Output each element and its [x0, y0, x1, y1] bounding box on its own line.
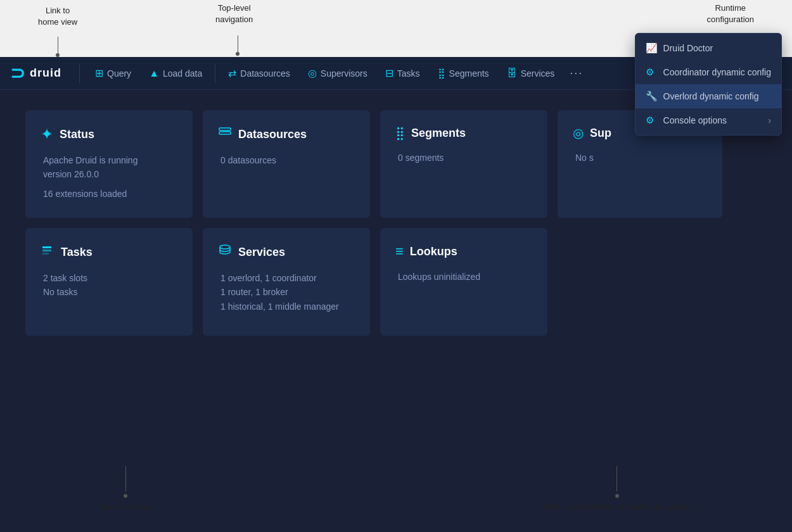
segments-icon: ⣿	[438, 67, 445, 79]
supervisors-card-line-1: No s	[573, 151, 707, 165]
dropdown-item-druid-doctor-label: Druid Doctor	[663, 43, 713, 53]
tasks-card-line-2: No tasks	[41, 285, 177, 299]
datasources-card-title: Datasources	[238, 128, 307, 141]
lookups-card[interactable]: ≡ Lookups Lookups uninitialized	[380, 228, 547, 336]
datasources-card[interactable]: Datasources 0 datasources	[203, 110, 370, 218]
datasources-card-line-1: 0 datasources	[218, 153, 355, 167]
services-card-line-2: 1 router, 1 broker	[218, 285, 355, 299]
dropdown-item-overlord-config[interactable]: 🔧 Overlord dynamic config	[636, 84, 781, 108]
lookups-card-line-1: Lookups uninitialized	[395, 270, 532, 284]
lookups-card-header: ≡ Lookups	[395, 243, 532, 260]
console-options-arrow-icon: ›	[768, 115, 771, 125]
datasources-card-header: Datasources	[218, 125, 355, 143]
segments-card-header: ⣿ Segments	[395, 125, 532, 141]
nav-item-segments-label: Segments	[449, 68, 489, 79]
overlord-config-icon: 🔧	[646, 91, 657, 102]
nav-item-supervisors[interactable]: ◎ Supervisors	[300, 63, 375, 83]
druid-doctor-icon: 📈	[646, 42, 657, 54]
status-card-icon: ✦	[41, 125, 53, 143]
annotation-line-home	[58, 37, 58, 54]
status-card-line-2: version 26.0.0	[41, 167, 177, 181]
annotation-druid-version: Druid version	[101, 466, 150, 513]
services-card-line-1: 1 overlord, 1 coordinator	[218, 271, 355, 285]
annotation-dot-nav	[236, 52, 240, 56]
dropdown-item-coordinator-config[interactable]: ⚙ Coordinator dynamic config	[636, 60, 781, 84]
dropdown-item-overlord-config-label: Overlord dynamic config	[663, 91, 759, 101]
services-icon: 🗄	[507, 68, 517, 79]
annotation-top-nav: Top-level navigation	[215, 3, 253, 25]
load-data-icon: ▲	[149, 68, 159, 79]
segments-card-line-1: 0 segments	[395, 151, 532, 165]
nav-item-datasources-label: Datasources	[240, 68, 290, 79]
tasks-card-header: Tasks	[41, 243, 177, 261]
lookups-card-title: Lookups	[410, 245, 457, 258]
dropdown-menu: 📈 Druid Doctor ⚙ Coordinator dynamic con…	[635, 33, 782, 136]
annotation-high-level: High level overview for each sub-system	[543, 466, 691, 513]
tasks-card-title: Tasks	[61, 246, 93, 259]
svg-rect-2	[42, 246, 51, 248]
services-card[interactable]: Services 1 overlord, 1 coordinator 1 rou…	[203, 228, 370, 336]
nav-item-segments[interactable]: ⣿ Segments	[430, 63, 497, 83]
tasks-card-line-1: 2 task slots	[41, 271, 177, 285]
druid-logo-icon: ⊃	[10, 63, 25, 84]
tasks-icon: ⊟	[385, 67, 393, 79]
nav-item-tasks-label: Tasks	[397, 68, 420, 79]
datasources-card-icon	[218, 125, 232, 143]
nav-more-button[interactable]: ···	[565, 63, 588, 84]
coordinator-config-icon: ⚙	[646, 66, 657, 78]
lookups-card-icon: ≡	[395, 243, 404, 260]
dropdown-item-console-options[interactable]: ⚙ Console options ›	[636, 108, 781, 132]
segments-card[interactable]: ⣿ Segments 0 segments	[380, 110, 547, 218]
annotation-link-home: Link to home view	[38, 5, 77, 28]
nav-item-load-data-label: Load data	[163, 68, 202, 79]
tasks-card[interactable]: Tasks 2 task slots No tasks	[25, 228, 193, 336]
cards-grid: ✦ Status Apache Druid is running version…	[25, 110, 722, 336]
svg-rect-4	[42, 253, 49, 255]
supervisors-card-icon: ◎	[573, 125, 584, 141]
nav-item-datasources[interactable]: ⇄ Datasources	[220, 63, 298, 83]
console-options-icon: ⚙	[646, 115, 657, 126]
dropdown-item-druid-doctor[interactable]: 📈 Druid Doctor	[636, 36, 781, 60]
services-card-title: Services	[238, 246, 285, 259]
supervisors-icon: ◎	[308, 67, 317, 79]
nav-item-query-label: Query	[107, 68, 131, 79]
status-card[interactable]: ✦ Status Apache Druid is running version…	[25, 110, 193, 218]
nav-item-load-data[interactable]: ▲ Load data	[141, 64, 210, 83]
segments-card-title: Segments	[411, 127, 466, 140]
navbar-divider	[79, 64, 80, 83]
nav-item-services-label: Services	[521, 68, 555, 79]
svg-point-5	[220, 245, 230, 249]
tasks-card-icon	[41, 243, 54, 261]
brand-logo-link[interactable]: ⊃ druid	[10, 63, 61, 84]
navbar-divider-2	[215, 64, 215, 83]
datasources-icon: ⇄	[228, 67, 236, 79]
dropdown-item-coordinator-config-label: Coordinator dynamic config	[663, 67, 771, 77]
nav-item-query[interactable]: ⊞ Query	[87, 63, 139, 83]
services-card-icon	[218, 243, 232, 261]
status-card-title: Status	[60, 128, 94, 141]
annotation-line-nav	[238, 35, 238, 53]
services-card-header: Services	[218, 243, 355, 261]
supervisors-card-title: Sup	[590, 127, 611, 140]
status-card-line-3: 16 extensions loaded	[41, 187, 177, 201]
svg-rect-1	[219, 132, 231, 134]
status-card-header: ✦ Status	[41, 125, 177, 143]
nav-item-supervisors-label: Supervisors	[321, 68, 367, 79]
svg-rect-0	[219, 128, 231, 130]
svg-rect-3	[42, 250, 51, 251]
services-card-line-3: 1 historical, 1 middle manager	[218, 300, 355, 314]
annotation-runtime: Runtime configuration	[707, 3, 754, 25]
dropdown-item-console-options-label: Console options	[663, 115, 727, 125]
segments-card-icon: ⣿	[395, 125, 405, 141]
query-icon: ⊞	[95, 67, 103, 79]
status-card-line-1: Apache Druid is running	[41, 153, 177, 167]
brand-name: druid	[30, 66, 61, 80]
nav-item-services[interactable]: 🗄 Services	[499, 64, 563, 83]
nav-item-tasks[interactable]: ⊟ Tasks	[378, 63, 428, 83]
